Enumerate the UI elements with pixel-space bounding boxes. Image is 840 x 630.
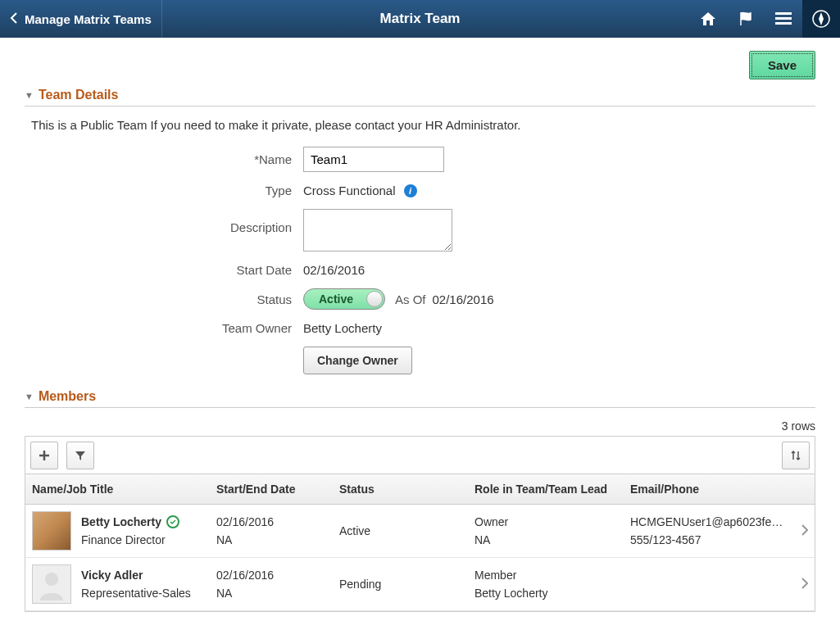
- back-label: Manage Matrix Teams: [25, 12, 152, 26]
- type-value: Cross Functional: [303, 184, 396, 197]
- asof-label: As Of: [395, 292, 426, 306]
- page-content: Save ▼ Team Details This is a Public Tea…: [0, 38, 840, 612]
- member-lead: Betty Locherty: [474, 587, 617, 600]
- back-button[interactable]: Manage Matrix Teams: [0, 0, 162, 38]
- member-phone: 555/123-4567: [630, 533, 783, 546]
- asof-value: 02/16/2016: [433, 292, 494, 306]
- member-start: 02/16/2016: [216, 569, 326, 582]
- team-details-header[interactable]: ▼ Team Details: [25, 88, 815, 107]
- type-label: Type: [25, 184, 303, 197]
- member-job: Finance Director: [81, 533, 179, 546]
- svg-rect-2: [775, 22, 792, 25]
- col-email[interactable]: Email/Phone: [624, 474, 790, 505]
- home-icon[interactable]: [689, 0, 727, 38]
- member-role: Owner: [474, 515, 617, 528]
- header-actions: [689, 0, 840, 38]
- action-bar: Save: [25, 46, 815, 88]
- toggle-knob: [366, 291, 383, 307]
- col-date[interactable]: Start/End Date: [210, 474, 333, 505]
- col-name[interactable]: Name/Job Title: [25, 474, 210, 505]
- menu-icon[interactable]: [765, 0, 802, 38]
- rows-count: 3 rows: [25, 419, 815, 433]
- section-title: Members: [39, 389, 96, 404]
- owner-value: Betty Locherty: [303, 321, 382, 335]
- collapse-icon: ▼: [25, 90, 34, 100]
- member-end: NA: [216, 533, 326, 546]
- status-toggle[interactable]: Active: [303, 288, 385, 310]
- chevron-right-icon[interactable]: [790, 558, 815, 611]
- members-header[interactable]: ▼ Members: [25, 389, 815, 408]
- member-lead: NA: [474, 533, 617, 546]
- name-input[interactable]: [303, 147, 444, 172]
- sort-button[interactable]: [782, 442, 810, 469]
- toggle-label: Active: [319, 292, 353, 306]
- collapse-icon: ▼: [25, 392, 34, 401]
- grid-header-row: Name/Job Title Start/End Date Status Rol…: [25, 474, 815, 505]
- flag-icon[interactable]: [727, 0, 765, 38]
- member-end: NA: [216, 587, 326, 600]
- section-title: Team Details: [39, 88, 119, 102]
- owner-label: Team Owner: [25, 321, 303, 335]
- compass-icon[interactable]: [802, 0, 840, 38]
- avatar: [32, 564, 71, 604]
- table-row[interactable]: Betty Locherty Finance Director 02/16/20…: [25, 505, 815, 558]
- member-role: Member: [474, 569, 617, 582]
- col-status[interactable]: Status: [333, 474, 468, 505]
- grid-toolbar: [25, 437, 815, 474]
- member-name: Betty Locherty: [81, 515, 161, 528]
- status-label: Status: [25, 292, 303, 306]
- table-row[interactable]: Vicky Adler Representative-Sales 02/16/2…: [25, 558, 815, 611]
- col-role[interactable]: Role in Team/Team Lead: [468, 474, 624, 505]
- member-job: Representative-Sales: [81, 587, 191, 600]
- info-icon[interactable]: i: [404, 184, 417, 197]
- member-start: 02/16/2016: [216, 515, 326, 528]
- status-badge-icon: [166, 515, 179, 528]
- member-status: Pending: [333, 558, 468, 611]
- name-label: *Name: [25, 152, 303, 166]
- save-button[interactable]: Save: [749, 51, 815, 79]
- svg-rect-0: [775, 12, 792, 15]
- member-name: Vicky Adler: [81, 569, 143, 582]
- app-header: Manage Matrix Teams Matrix Team: [0, 0, 840, 38]
- start-date-value: 02/16/2016: [303, 263, 365, 277]
- avatar: [32, 511, 71, 551]
- start-date-label: Start Date: [25, 263, 303, 277]
- svg-point-4: [45, 573, 58, 586]
- filter-button[interactable]: [66, 442, 94, 469]
- description-label: Description: [25, 209, 303, 234]
- description-input[interactable]: [303, 209, 452, 252]
- chevron-right-icon[interactable]: [790, 505, 815, 558]
- page-title: Matrix Team: [380, 11, 461, 27]
- chevron-left-icon: [10, 12, 18, 26]
- public-team-notice: This is a Public Team If you need to mak…: [31, 118, 815, 132]
- add-row-button[interactable]: [30, 442, 58, 469]
- members-grid: Name/Job Title Start/End Date Status Rol…: [25, 436, 815, 612]
- member-status: Active: [333, 505, 468, 558]
- svg-rect-1: [775, 17, 792, 20]
- change-owner-button[interactable]: Change Owner: [303, 347, 412, 374]
- member-email: HCMGENUser1@ap6023fe…: [630, 515, 783, 528]
